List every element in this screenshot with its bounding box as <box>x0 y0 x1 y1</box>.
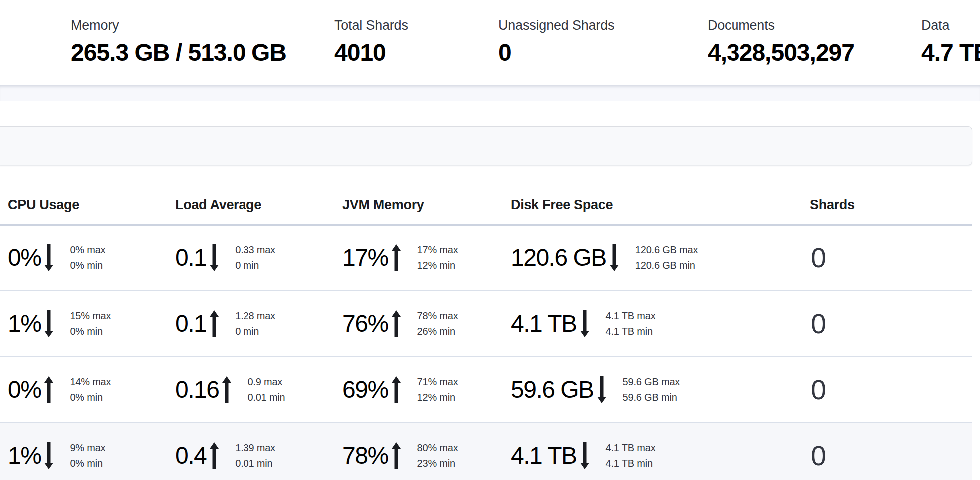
max-value: 14% max <box>70 376 111 387</box>
jvm-memory-value: 78% <box>342 444 388 468</box>
cpu-usage-minmax: 14% max0% min <box>70 374 111 405</box>
cluster-status-bar: Memory 265.3 GB / 513.0 GB Total Shards … <box>0 0 980 85</box>
load-average-cell: 0.1 0.33 max0 min <box>175 242 342 273</box>
min-value: 0% min <box>70 326 103 337</box>
jvm-memory-value: 69% <box>342 378 388 402</box>
table-row: 1% 15% max0% min 0.1 1.28 max0 min 76% 7… <box>0 291 972 357</box>
min-value: 0.01 min <box>247 392 285 403</box>
trend-arrow-icon <box>392 244 401 271</box>
load-average-minmax: 0.9 max0.01 min <box>247 374 285 405</box>
min-value: 120.6 GB min <box>635 260 695 271</box>
table-header-row: CPU Usage Load Average JVM Memory Disk F… <box>0 165 972 226</box>
stat-data: Data 4.7 TB <box>921 19 980 65</box>
disk-free-space-value: 120.6 GB <box>511 246 606 270</box>
table-row: 0% 14% max0% min 0.16 0.9 max0.01 min 69… <box>0 357 972 423</box>
shards-value: 0 <box>810 242 826 273</box>
min-value: 0.01 min <box>235 458 272 469</box>
toolbar-panel <box>0 126 972 165</box>
disk-free-space-value: 4.1 TB <box>511 312 577 336</box>
jvm-memory-cell: 17% 17% max12% min <box>342 242 511 273</box>
cpu-usage-value: 1% <box>8 312 41 336</box>
max-value: 17% max <box>417 244 458 255</box>
min-value: 12% min <box>417 392 455 403</box>
cpu-usage-cell: 1% 15% max0% min <box>8 308 175 339</box>
load-average-minmax: 0.33 max0 min <box>235 242 275 273</box>
min-value: 4.1 TB min <box>606 458 653 469</box>
trend-arrow-icon <box>44 244 53 271</box>
min-value: 4.1 TB min <box>606 326 653 337</box>
max-value: 0% max <box>70 244 105 255</box>
max-value: 15% max <box>70 310 111 321</box>
load-average-value: 0.4 <box>175 444 206 468</box>
disk-free-space-minmax: 120.6 GB max120.6 GB min <box>635 242 698 273</box>
max-value: 0.33 max <box>235 244 275 255</box>
disk-free-space-minmax: 59.6 GB max59.6 GB min <box>623 374 680 405</box>
trend-arrow-icon <box>222 376 231 403</box>
shards-cell: 0 <box>810 376 972 404</box>
disk-free-space-cell: 4.1 TB 4.1 TB max4.1 TB min <box>511 440 810 471</box>
load-average-value: 0.16 <box>175 378 219 402</box>
min-value: 12% min <box>417 260 455 271</box>
stat-memory-label: Memory <box>71 19 286 32</box>
min-value: 0% min <box>70 392 103 403</box>
stat-unassigned-shards-value: 0 <box>498 41 614 65</box>
shards-value: 0 <box>810 308 826 339</box>
cpu-usage-value: 0% <box>8 378 41 402</box>
cpu-usage-cell: 0% 14% max0% min <box>8 374 175 405</box>
load-average-cell: 0.16 0.9 max0.01 min <box>175 374 342 405</box>
trend-arrow-icon <box>44 310 53 337</box>
stat-unassigned-shards-label: Unassigned Shards <box>498 19 614 32</box>
stat-documents-value: 4,328,503,297 <box>708 41 854 65</box>
column-header-shards: Shards <box>810 198 972 212</box>
max-value: 1.28 max <box>235 310 275 321</box>
cpu-usage-value: 0% <box>8 246 41 270</box>
stat-total-shards-value: 4010 <box>334 41 408 65</box>
stat-data-label: Data <box>921 19 980 32</box>
cpu-usage-cell: 1% 9% max0% min <box>8 440 175 471</box>
shards-cell: 0 <box>810 244 972 272</box>
disk-free-space-cell: 4.1 TB 4.1 TB max4.1 TB min <box>511 308 810 339</box>
load-average-value: 0.1 <box>175 312 206 336</box>
max-value: 1.39 max <box>235 442 275 453</box>
max-value: 4.1 TB max <box>606 442 656 453</box>
min-value: 59.6 GB min <box>623 392 677 403</box>
cpu-usage-cell: 0% 0% max0% min <box>8 242 175 273</box>
cpu-usage-minmax: 9% max0% min <box>70 440 105 471</box>
column-header-disk-free-space: Disk Free Space <box>511 198 810 212</box>
stat-total-shards: Total Shards 4010 <box>334 19 408 65</box>
column-header-cpu-usage: CPU Usage <box>8 198 175 212</box>
disk-free-space-minmax: 4.1 TB max4.1 TB min <box>606 308 656 339</box>
trend-arrow-icon <box>44 442 53 469</box>
nodes-table: CPU Usage Load Average JVM Memory Disk F… <box>0 165 972 480</box>
jvm-memory-minmax: 17% max12% min <box>417 242 458 273</box>
max-value: 59.6 GB max <box>623 376 680 387</box>
shards-value: 0 <box>810 440 826 471</box>
column-header-jvm-memory: JVM Memory <box>342 198 511 212</box>
trend-arrow-icon <box>392 310 401 337</box>
load-average-cell: 0.1 1.28 max0 min <box>175 308 342 339</box>
max-value: 9% max <box>70 442 105 453</box>
shards-value: 0 <box>810 374 826 405</box>
min-value: 0 min <box>235 260 259 271</box>
shards-cell: 0 <box>810 310 972 338</box>
column-header-load-average: Load Average <box>175 198 342 212</box>
disk-free-space-value: 59.6 GB <box>511 378 594 402</box>
disk-free-space-value: 4.1 TB <box>511 444 577 468</box>
load-average-value: 0.1 <box>175 246 206 270</box>
stat-unassigned-shards: Unassigned Shards 0 <box>498 19 614 65</box>
trend-arrow-icon <box>597 376 606 403</box>
jvm-memory-value: 17% <box>342 246 388 270</box>
trend-arrow-icon <box>210 244 219 271</box>
min-value: 0% min <box>70 260 103 271</box>
stat-data-value: 4.7 TB <box>921 41 980 65</box>
stat-total-shards-label: Total Shards <box>334 19 408 32</box>
table-row: 1% 9% max0% min 0.4 1.39 max0.01 min 78%… <box>0 423 972 480</box>
min-value: 26% min <box>417 326 455 337</box>
trend-arrow-icon <box>580 310 589 337</box>
table-row: 0% 0% max0% min 0.1 0.33 max0 min 17% 17… <box>0 226 972 291</box>
min-value: 0% min <box>70 458 103 469</box>
max-value: 4.1 TB max <box>606 310 656 321</box>
cpu-usage-value: 1% <box>8 444 41 468</box>
load-average-minmax: 1.28 max0 min <box>235 308 275 339</box>
stat-documents: Documents 4,328,503,297 <box>708 19 854 65</box>
